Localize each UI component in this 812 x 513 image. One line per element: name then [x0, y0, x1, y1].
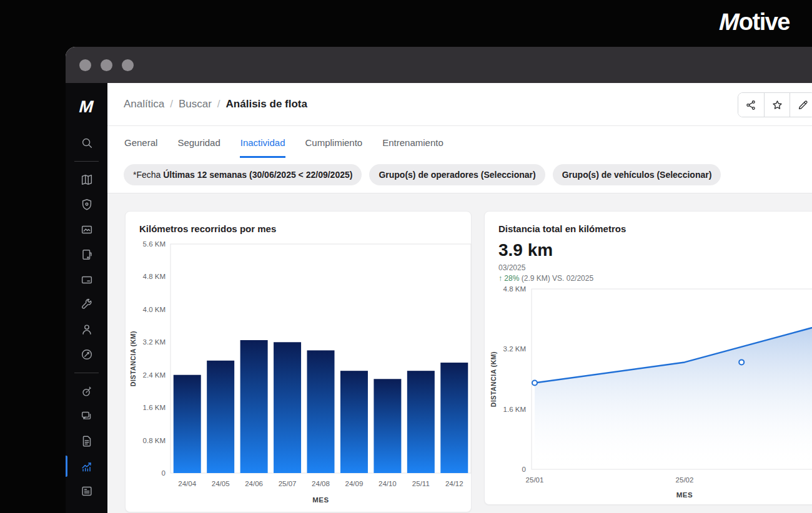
motive-wordmark-rest: otive [739, 9, 790, 35]
sidebar-item-search[interactable] [66, 130, 107, 155]
top-brand-strip: Motive [0, 0, 812, 47]
svg-text:4.8 KM: 4.8 KM [143, 273, 166, 280]
filter-chip-prefix: *Fecha [133, 170, 161, 180]
sidebar-item-eld-device[interactable] [66, 242, 107, 267]
svg-text:24/12: 24/12 [445, 480, 463, 487]
stat-period: 03/2025 [485, 260, 812, 272]
card-kilometros-por-mes: Kilómetros recorridos por mes 00.8 KM1.6… [125, 211, 472, 512]
page-title: Análisis de flota [226, 98, 307, 110]
svg-text:25/11: 25/11 [412, 480, 430, 487]
edit-button[interactable] [790, 93, 812, 117]
device-icon [80, 248, 94, 261]
svg-text:MES: MES [676, 491, 693, 499]
sidebar-item-safety[interactable] [66, 192, 107, 217]
sidebar-divider [74, 161, 99, 162]
wrench-icon [80, 298, 94, 311]
svg-text:24/04: 24/04 [178, 480, 196, 487]
tab-cumplimiento[interactable]: Cumplimiento [304, 126, 363, 158]
breadcrumb-buscar[interactable]: Buscar [179, 98, 212, 110]
sidebar-item-tracking[interactable] [66, 379, 107, 404]
svg-text:3.2 KM: 3.2 KM [143, 338, 166, 346]
breadcrumb-separator: / [217, 98, 220, 110]
breadcrumb-analitica[interactable]: Analítica [124, 98, 164, 110]
sidebar-item-maintenance[interactable] [66, 292, 107, 317]
svg-text:1.6 KM: 1.6 KM [143, 404, 166, 411]
sidebar-item-dashcam[interactable] [66, 217, 107, 242]
sidebar-item-reports[interactable] [66, 479, 107, 504]
svg-text:25/07: 25/07 [279, 480, 297, 487]
svg-text:24/06: 24/06 [245, 480, 263, 487]
line-chart-title: Distancia total en kilómetros [485, 212, 812, 234]
svg-text:2.4 KM: 2.4 KM [143, 371, 166, 379]
svg-text:24/08: 24/08 [312, 480, 330, 487]
tab-general[interactable]: General [124, 126, 158, 158]
filter-chip-grupos-operadores[interactable]: Grupo(s) de operadores (Seleccionar) [369, 164, 545, 185]
stat-total-distance: 3.9 km [485, 234, 812, 260]
svg-text:4.8 KM: 4.8 KM [503, 285, 526, 293]
filter-chip-fecha[interactable]: *Fecha Últimas 12 semanas (30/06/2025 < … [124, 164, 362, 185]
stopwatch-icon [80, 384, 94, 398]
map-icon [80, 173, 94, 187]
star-icon [771, 99, 783, 111]
svg-text:25/02: 25/02 [676, 476, 694, 484]
sidebar-item-dispatch[interactable] [66, 342, 107, 367]
window-close-button[interactable] [79, 59, 91, 71]
tab-entrenamiento[interactable]: Entrenamiento [382, 126, 444, 158]
sidebar-logo[interactable]: M [79, 92, 94, 122]
analytics-icon [80, 459, 94, 473]
search-icon [80, 136, 94, 150]
svg-text:5.6 KM: 5.6 KM [143, 240, 166, 248]
svg-text:24/05: 24/05 [212, 480, 230, 487]
browser-window: M [66, 47, 812, 513]
window-zoom-button[interactable] [122, 59, 134, 71]
svg-text:24/09: 24/09 [345, 480, 364, 487]
sidebar-item-messages[interactable] [66, 404, 107, 429]
filter-chip-value: Grupo(s) de vehículos (Seleccionar) [562, 170, 712, 180]
share-icon [745, 99, 757, 111]
svg-text:0: 0 [162, 469, 166, 477]
chat-icon [80, 409, 94, 423]
sidebar-logo-m: M [77, 97, 96, 117]
svg-text:DISTANCIA (KM): DISTANCIA (KM) [490, 351, 497, 407]
tab-inactividad[interactable]: Inactividad [240, 126, 286, 158]
bar-chart-title: Kilómetros recorridos por mes [126, 212, 471, 234]
page-header: Analítica / Buscar / Análisis de flota [107, 83, 812, 126]
breadcrumb: Analítica / Buscar / Análisis de flota [124, 98, 307, 110]
breadcrumb-separator: / [170, 98, 173, 110]
motive-wordmark-m: M [716, 9, 741, 36]
favorite-button[interactable] [764, 93, 790, 117]
delta-detail: (2.9 KM) VS. 02/2025 [522, 274, 593, 283]
line-chart: 01.6 KM3.2 KM4.8 KMDISTANCIA (KM)25/0125… [485, 283, 812, 504]
sidebar-divider [74, 373, 99, 373]
window-minimize-button[interactable] [101, 59, 112, 71]
filter-chip-value: Grupo(s) de operadores (Seleccionar) [379, 170, 535, 180]
stat-delta: ↑ 28% (2.9 KM) VS. 02/2025 [485, 272, 812, 283]
share-button[interactable] [738, 93, 764, 117]
sidebar-item-map[interactable] [66, 167, 107, 192]
pencil-icon [797, 99, 809, 111]
svg-text:0.8 KM: 0.8 KM [143, 437, 166, 444]
svg-text:DISTANCIA (KM): DISTANCIA (KM) [129, 331, 137, 386]
sidebar: M [66, 83, 107, 513]
main-panel: Analítica / Buscar / Análisis de flota [107, 83, 812, 513]
filter-chip-grupos-vehiculos[interactable]: Grupo(s) de vehículos (Seleccionar) [553, 164, 721, 185]
list-icon [80, 484, 94, 498]
sidebar-item-analytics[interactable] [66, 454, 107, 479]
svg-text:25/01: 25/01 [526, 476, 544, 484]
sidebar-item-drivers[interactable] [66, 317, 107, 342]
svg-text:24/10: 24/10 [379, 480, 397, 487]
delta-percent: 28% [504, 274, 519, 283]
bar-chart: 00.8 KM1.6 KM2.4 KM3.2 KM4.0 KM4.8 KM5.6… [126, 234, 472, 512]
document-icon [80, 434, 94, 448]
card-distancia-total: Distancia total en kilómetros 3.9 km 03/… [484, 211, 812, 505]
sidebar-item-documents[interactable] [66, 429, 107, 454]
delta-up-arrow: ↑ [498, 274, 502, 283]
image-icon [80, 223, 94, 237]
dashboard-content: Kilómetros recorridos por mes 00.8 KM1.6… [107, 193, 812, 513]
person-icon [80, 323, 94, 336]
filter-bar: *Fecha Últimas 12 semanas (30/06/2025 < … [107, 158, 812, 193]
sidebar-item-fuel-card[interactable] [66, 267, 107, 292]
tab-seguridad[interactable]: Seguridad [177, 126, 220, 158]
shield-icon [80, 198, 94, 212]
svg-text:0: 0 [522, 466, 526, 473]
